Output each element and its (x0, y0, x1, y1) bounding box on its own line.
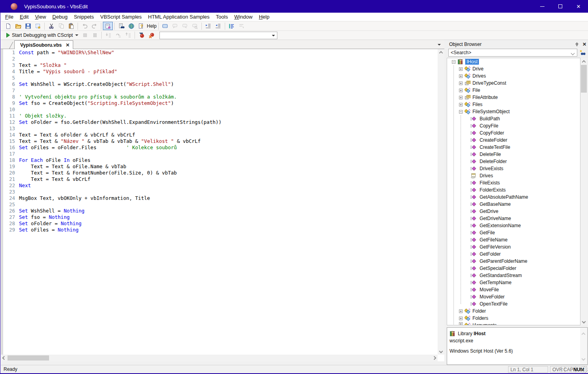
tree-item-label[interactable]: GetTempName (480, 280, 512, 285)
browse-web-button[interactable] (126, 22, 136, 30)
tree-item-getdrivename[interactable]: GetDriveName (447, 215, 580, 222)
hscroll-thumb[interactable] (8, 355, 49, 361)
tree-item-label[interactable]: IHost (465, 59, 479, 65)
tab-vypissouboru[interactable]: VypisSouboru.vbs ✕ (14, 40, 73, 49)
tree-item-label[interactable]: File (472, 87, 480, 93)
tree-item-label[interactable]: GetFolder (480, 251, 501, 257)
tree-item-iarguments[interactable]: +IArguments (447, 322, 580, 325)
tree-item-label[interactable]: Folder (472, 308, 486, 314)
info-scroll-up-icon[interactable] (580, 330, 587, 337)
tree-item-ihost[interactable]: −IHost (447, 58, 580, 65)
tree-item-getbasename[interactable]: GetBaseName (447, 201, 580, 208)
tree-item-label[interactable]: GetBaseName (480, 201, 511, 207)
tree-item-getextensionname[interactable]: GetExtensionName (447, 222, 580, 229)
tree-item-label[interactable]: GetParentFolderName (480, 258, 527, 264)
expand-icon[interactable]: + (459, 322, 463, 326)
tree-item-getabsolutepathname[interactable]: GetAbsolutePathName (447, 194, 580, 201)
tree-item-label[interactable]: DriveExists (480, 166, 503, 171)
scroll-right-icon[interactable] (431, 355, 438, 361)
tree-item-label[interactable]: DeleteFolder (480, 159, 507, 164)
tree-item-getfilename[interactable]: GetFileName (447, 236, 580, 243)
menu-snippets[interactable]: Snippets (71, 13, 97, 21)
tree-item-getdrive[interactable]: GetDrive (447, 208, 580, 215)
msgbox-builder-button[interactable] (160, 22, 170, 30)
tree-item-label[interactable]: GetDriveName (480, 216, 511, 221)
tree-item-label[interactable]: GetStandardStream (480, 273, 522, 278)
tree-item-drive[interactable]: +Drive (447, 65, 580, 72)
expand-icon[interactable]: + (459, 82, 463, 85)
tree-item-getparentfoldername[interactable]: GetParentFolderName (447, 258, 580, 265)
search-input[interactable]: <Search> (448, 49, 577, 57)
expand-icon[interactable]: + (459, 67, 463, 71)
info-scrollbar[interactable] (580, 328, 587, 365)
tree-item-opentextfile[interactable]: OpenTextFile (447, 300, 580, 308)
tree-item-deletefile[interactable]: DeleteFile (447, 151, 580, 158)
expand-icon[interactable]: + (459, 96, 463, 99)
tree-item-getspecialfolder[interactable]: GetSpecialFolder (447, 265, 580, 272)
tree-item-label[interactable]: FileAttribute (472, 95, 498, 100)
tree-item-label[interactable]: MoveFolder (480, 294, 505, 300)
tree-item-label[interactable]: FileSystemObject (472, 109, 510, 114)
tree-item-label[interactable]: GetAbsolutePathName (480, 194, 528, 200)
tree-item-label[interactable]: CopyFolder (480, 130, 504, 136)
remove-all-breakpoints-button[interactable] (146, 31, 156, 40)
tree-item-label[interactable]: Drive (472, 66, 484, 72)
code-editor[interactable]: 1Const path = "%WINDIR%\ShellNew"23Text … (1, 49, 438, 355)
tree-scroll-up-icon[interactable] (580, 58, 587, 65)
tree-item-buildpath[interactable]: BuildPath (447, 115, 580, 122)
tab-list-dropdown-button[interactable] (434, 42, 442, 47)
search-button[interactable] (579, 49, 587, 57)
tree-item-folder[interactable]: +Folder (447, 308, 580, 315)
scroll-up-icon[interactable] (438, 49, 444, 56)
tree-item-copyfolder[interactable]: CopyFolder (447, 129, 580, 137)
tree-item-label[interactable]: BuildPath (480, 116, 500, 122)
tree-item-label[interactable]: GetFileVersion (480, 244, 511, 250)
tree-item-label[interactable]: Files (472, 102, 482, 107)
tree-item-label[interactable]: OpenTextFile (480, 301, 508, 307)
open-file-button[interactable] (13, 22, 23, 30)
tab-close-icon[interactable]: ✕ (66, 42, 70, 48)
format-code-button[interactable] (227, 22, 237, 30)
expand-icon[interactable]: + (459, 309, 463, 313)
tree-item-movefile[interactable]: MoveFile (447, 286, 580, 293)
tree-item-gettempname[interactable]: GetTempName (447, 279, 580, 286)
tree-item-movefolder[interactable]: MoveFolder (447, 293, 580, 300)
expand-icon[interactable]: + (459, 89, 463, 92)
combo-dropdown-icon[interactable] (272, 35, 275, 36)
tree-item-filesystemobject[interactable]: −FileSystemObject (447, 108, 580, 115)
tree-item-label[interactable]: Folders (472, 315, 488, 321)
tree-item-label[interactable]: GetFileName (480, 237, 508, 243)
cut-button[interactable] (46, 22, 56, 30)
tree-item-file[interactable]: +File (447, 87, 580, 94)
tree-item-label[interactable]: DeleteFile (480, 152, 501, 157)
menu-debug[interactable]: Debug (49, 13, 70, 21)
scroll-left-icon[interactable] (1, 355, 8, 361)
tree-item-label[interactable]: CreateTextFile (480, 144, 510, 150)
tree-item-getfile[interactable]: GetFile (447, 229, 580, 236)
start-debugging-label[interactable]: Start Debugging with CScript (12, 32, 73, 38)
tree-item-getfileversion[interactable]: GetFileVersion (447, 243, 580, 251)
editor-vertical-scrollbar[interactable] (438, 49, 444, 355)
tree-item-getstandardstream[interactable]: GetStandardStream (447, 272, 580, 279)
menu-html-application-samples[interactable]: HTML Application Samples (145, 13, 213, 21)
tree-item-deletefolder[interactable]: DeleteFolder (447, 158, 580, 165)
tree-item-createtextfile[interactable]: CreateTextFile (447, 144, 580, 151)
collapse-icon[interactable]: − (459, 110, 463, 114)
tree-vertical-scrollbar[interactable] (580, 58, 588, 325)
tree-item-drives[interactable]: +Drives (447, 72, 580, 80)
tree-item-label[interactable]: FolderExists (480, 187, 506, 193)
menu-file[interactable]: File (2, 13, 17, 21)
start-debugging-button[interactable]: Start Debugging with CScript (3, 31, 80, 40)
menu-view[interactable]: View (32, 13, 49, 21)
close-panel-icon[interactable]: ✕ (582, 42, 586, 47)
tree-item-label[interactable]: DriveTypeConst (472, 80, 506, 86)
collapse-icon[interactable]: − (452, 60, 455, 64)
tree-item-label[interactable]: CopyFile (480, 123, 498, 129)
tree-item-fileexists[interactable]: FileExists (447, 179, 580, 186)
tree-item-drives[interactable]: Drives (447, 172, 580, 179)
tree-item-getfolder[interactable]: GetFolder (447, 251, 580, 258)
debug-arguments-combobox[interactable] (159, 32, 277, 39)
pin-icon[interactable] (575, 42, 579, 47)
tree-item-drivetypeconst[interactable]: +DriveTypeConst (447, 80, 580, 87)
save-file-button[interactable] (23, 22, 33, 30)
